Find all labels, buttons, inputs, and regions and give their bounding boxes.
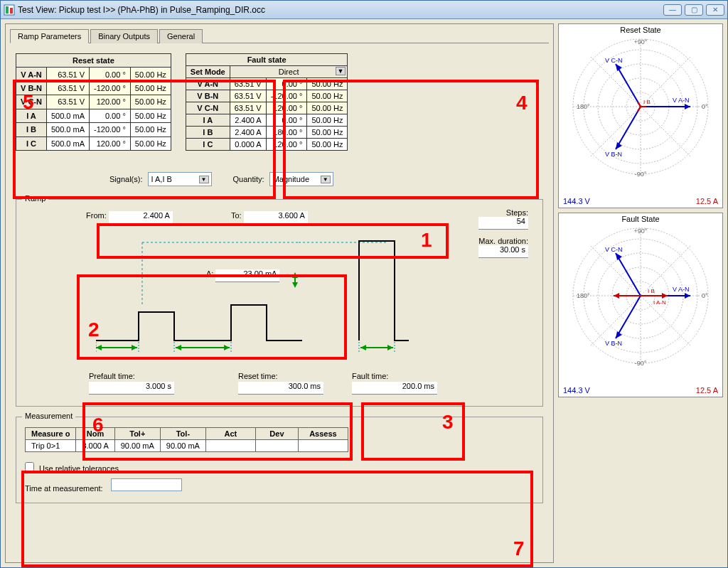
faulttime-input[interactable]: 200.0 ms [352,382,437,395]
quantity-dropdown[interactable]: Magnitude [269,172,333,186]
signal-label: Signal(s): [109,175,142,183]
set-mode-dropdown[interactable]: Direct▼ [230,66,348,78]
reset-state-table: Reset state V A-N63.51 V0.00 °50.00 Hz V… [16,53,171,151]
steps-label: Steps: [506,208,528,217]
time-at-measurement-label: Time at measurement: [25,484,103,493]
to-label: To: [231,211,242,220]
phasor-reset: Reset State +90° -90° 180° 0° [558,23,723,208]
fault-volt-readout: 144.3 V [563,386,590,395]
close-button[interactable]: ✕ [706,4,724,16]
svg-text:-90°: -90° [635,171,647,178]
time-at-measurement-input[interactable] [111,478,182,491]
steps-value: 54 [478,217,528,230]
svg-marker-8 [292,282,298,288]
minimize-button[interactable]: — [663,4,682,16]
callout-1: 1 [421,229,432,252]
tab-general[interactable]: General [159,29,203,43]
svg-text:V A-N: V A-N [673,97,690,104]
callout-3: 3 [442,411,454,434]
svg-line-44 [638,107,641,112]
callout-5: 5 [23,91,34,114]
titlebar: Test View: Pickup test I>> (PhA-PhB) in … [1,1,727,19]
svg-text:0°: 0° [702,103,708,110]
svg-text:I B: I B [648,288,655,294]
svg-text:I B: I B [643,99,651,105]
faulttime-label: Fault time: [352,372,444,380]
svg-text:+90°: +90° [634,227,648,235]
svg-text:V A-N: V A-N [673,286,690,293]
ramp-diagram [96,234,409,355]
prefault-label: Prefault time: [89,372,181,380]
svg-text:180°: 180° [577,292,590,299]
window-title: Test View: Pickup test I>> (PhA-PhB) in … [18,5,663,15]
reset-state-header: Reset state [16,54,171,68]
prefault-input[interactable]: 3.000 s [89,382,174,395]
callout-4: 4 [516,92,528,114]
svg-rect-2 [10,8,13,14]
callout-6: 6 [92,414,104,436]
measurement-table: Measure o Nom Tol+ Tol- Act Dev Assess T… [25,427,348,452]
svg-marker-16 [360,345,366,350]
svg-marker-10 [96,345,102,350]
svg-text:180°: 180° [577,103,590,110]
svg-marker-64 [685,293,690,299]
svg-text:V C-N: V C-N [605,57,623,64]
tab-ramp-parameters[interactable]: Ramp Parameters [10,29,89,43]
from-input[interactable]: 2.400 A [109,211,173,224]
app-icon [4,4,15,16]
svg-text:+90°: +90° [634,38,648,45]
svg-marker-13 [176,345,181,350]
fault-state-header: Fault state [186,54,348,66]
resettime-label: Reset time: [238,372,331,380]
svg-marker-17 [387,345,393,350]
quantity-label: Quantity: [233,175,264,183]
svg-text:V B-N: V B-N [605,340,622,347]
callout-2: 2 [88,318,100,341]
svg-text:-90°: -90° [635,360,647,367]
svg-text:0°: 0° [702,292,708,299]
use-relative-tolerances-checkbox[interactable] [25,462,34,471]
reset-volt-readout: 144.3 V [563,197,590,205]
phasor-fault: Fault State +90° -90° 180° 0° [558,213,723,397]
maxdur-value: 30.00 s [478,245,528,258]
measurement-row[interactable]: Trip 0>1 3.000 A 90.00 mA 90.00 mA [26,440,348,452]
use-rel-tol-label: Use relative tolerances [39,464,119,473]
svg-rect-1 [6,6,9,14]
svg-marker-70 [662,293,668,299]
fault-amp-readout: 12.5 A [696,386,718,395]
fault-state-table: Fault state Set ModeDirect▼ V A-N63.51 V… [186,53,348,151]
maximize-button[interactable]: ▢ [685,4,703,16]
callout-7: 7 [513,537,525,560]
main-panel: Ramp Parameters Binary Outputs General R… [5,23,554,563]
to-input[interactable]: 3.600 A [244,211,308,224]
svg-line-45 [638,102,641,107]
svg-text:I A-N: I A-N [653,299,666,306]
svg-marker-14 [224,345,230,350]
resettime-input[interactable]: 300.0 ms [238,382,323,395]
tab-binary-outputs[interactable]: Binary Outputs [90,29,158,43]
svg-marker-11 [132,345,137,350]
svg-marker-7 [292,272,298,278]
ramp-fieldset: Ramp From: 2.400 A To: 3.600 A Δ: 23.00 … [16,199,543,407]
svg-text:V B-N: V B-N [605,151,622,158]
reset-amp-readout: 12.5 A [696,197,718,205]
svg-marker-72 [614,293,619,299]
svg-marker-38 [685,104,690,109]
window-buttons: — ▢ ✕ [663,4,724,16]
from-label: From: [86,211,107,220]
svg-text:V C-N: V C-N [605,246,623,253]
maxdur-label: Max. duration: [478,237,528,245]
signal-dropdown[interactable]: I A,I B [148,172,212,186]
